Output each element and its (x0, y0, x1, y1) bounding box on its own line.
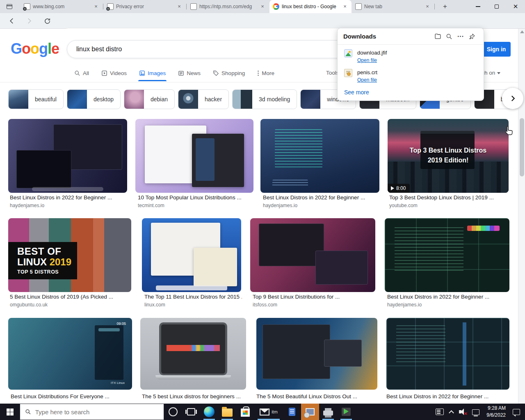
result-title[interactable]: Best Linux Distros in 2022 for Beginner … (386, 393, 509, 399)
tab-actions-menu-icon[interactable] (4, 2, 15, 11)
restore-button[interactable] (487, 0, 506, 13)
refresh-button[interactable] (41, 15, 53, 27)
result-title[interactable]: Best Linux Distributions For Everyone ..… (11, 393, 132, 399)
result-domain[interactable]: linux.com (144, 302, 165, 308)
show-hidden-icons-button[interactable] (447, 404, 456, 420)
result-title[interactable]: Top 9 Best Linux Distributions for ... (253, 294, 376, 300)
taskbar-search-box[interactable] (20, 404, 164, 420)
result-title[interactable]: The 5 Most Beautiful Linux Distros Out .… (256, 393, 376, 399)
chips-scroll-right-button[interactable] (502, 88, 523, 109)
pin-downloads-icon[interactable] (466, 31, 478, 42)
result-domain[interactable]: itsfoss.com (253, 302, 277, 308)
forward-button[interactable] (23, 15, 35, 27)
taskbar-search-input[interactable] (35, 409, 159, 415)
news-feed-button[interactable] (433, 404, 447, 420)
tab-close-icon[interactable]: × (93, 3, 99, 10)
minimize-button[interactable] (468, 0, 487, 13)
result-image[interactable] (142, 218, 241, 292)
edge-taskbar-button[interactable] (200, 404, 218, 420)
tab-msn[interactable]: https://ntp.msn.com/edg × (187, 0, 269, 13)
tab-images[interactable]: Images (139, 70, 166, 77)
certificate-file-icon (344, 69, 352, 77)
result-domain[interactable]: youtube.com (389, 203, 418, 208)
download-filename: download.jfif (357, 50, 387, 56)
chip-hacker[interactable]: hacker (178, 89, 229, 109)
tab-videos[interactable]: Videos (101, 70, 127, 77)
cortana-button[interactable] (164, 404, 182, 420)
taskbar-clock[interactable]: 9:28 AM 9/6/2022 (482, 405, 510, 419)
result-image[interactable]: 09:05 ITX Linux (8, 318, 132, 390)
file-explorer-button[interactable] (218, 404, 236, 420)
result-image[interactable] (260, 119, 379, 193)
download-item[interactable]: penis.crt Open file (338, 64, 484, 84)
tab-privacy-error[interactable]: Privacy error × (104, 0, 186, 13)
result-title[interactable]: Top 3 Best Desktop Linux Distros | 2019 … (389, 194, 508, 201)
scrollbar-thumb[interactable] (520, 118, 524, 176)
store-button[interactable] (236, 404, 254, 420)
result-title[interactable]: 5 Best Linux Distros of 2019 (As Picked … (10, 294, 131, 300)
result-image[interactable] (250, 218, 375, 292)
result-image[interactable] (135, 119, 253, 193)
result-domain[interactable]: omgubuntu.co.uk (10, 302, 48, 308)
green-app-button[interactable] (337, 404, 355, 420)
task-view-button[interactable] (182, 404, 200, 420)
tab-new-tab[interactable]: New tab × (352, 0, 434, 13)
result-image[interactable] (140, 318, 246, 390)
result-image[interactable] (8, 119, 127, 193)
printer-app-button[interactable] (319, 404, 337, 420)
search-downloads-icon[interactable] (443, 31, 455, 42)
installer-app-button-attention[interactable] (301, 404, 319, 420)
result-title[interactable]: 10 Top Most Popular Linux Distributions … (138, 194, 253, 201)
result-image[interactable] (386, 318, 509, 390)
tab-google-active[interactable]: linux best distro - Google × (269, 0, 352, 13)
result-title[interactable]: Best Linux Distros in 2022 for Beginner … (387, 294, 509, 300)
sign-in-button[interactable]: Sign in (482, 42, 511, 57)
tab-more[interactable]: More (257, 70, 274, 77)
document-app-button[interactable] (283, 404, 301, 420)
result-domain[interactable]: haydenjames.io (387, 302, 422, 308)
result-domain[interactable]: haydenjames.io (10, 203, 44, 208)
result-domain[interactable]: tecmint.com (138, 203, 164, 208)
result-title[interactable]: The 5 best Linux distros for beginners .… (142, 393, 246, 399)
result-image[interactable] (256, 318, 377, 390)
see-more-link[interactable]: See more (344, 89, 369, 96)
document-icon (289, 408, 295, 416)
page-favicon-icon (355, 3, 362, 10)
tab-close-icon[interactable]: × (424, 3, 431, 10)
action-center-button[interactable] (510, 404, 525, 420)
back-button[interactable] (6, 15, 18, 27)
result-title[interactable]: Best Linux Distros in 2022 for Beginner … (10, 194, 127, 201)
result-image[interactable]: BEST OF LINUX 2019 TOP 5 DISTROS (8, 218, 131, 292)
downloads-more-options-icon[interactable]: ··· (455, 31, 466, 42)
chip-3d-modeling[interactable]: 3d modeling (232, 89, 297, 109)
network-button[interactable] (469, 404, 482, 420)
chip-desktop[interactable]: desktop (67, 89, 121, 109)
new-tab-button[interactable]: + (440, 2, 450, 11)
open-file-link[interactable]: Open file (357, 57, 377, 63)
chip-beautiful[interactable]: beautiful (8, 89, 64, 109)
chip-debian[interactable]: debian (124, 89, 175, 109)
tab-news[interactable]: News (178, 70, 201, 77)
result-title[interactable]: The Top 11 Best Linux Distros for 2015 .… (144, 294, 242, 300)
page-scrollbar[interactable] (518, 29, 525, 404)
tab-shopping[interactable]: Shopping (213, 70, 245, 77)
mail-window-button[interactable]: itm (254, 404, 283, 420)
result-domain[interactable]: haydenjames.io (263, 203, 297, 208)
download-item[interactable]: download.jfif Open file (338, 45, 484, 64)
tab-all[interactable]: All (74, 70, 89, 77)
result-video[interactable]: Top 3 Best Linux Distros2019 Edition! 8:… (388, 119, 509, 193)
tab-close-icon[interactable]: × (342, 3, 348, 10)
close-button[interactable]: ✕ (506, 0, 525, 13)
open-downloads-folder-icon[interactable] (432, 31, 443, 42)
scrollbar-up-arrow[interactable] (520, 30, 524, 33)
result-image[interactable] (385, 218, 509, 292)
result-title[interactable]: Best Linux Distros in 2022 for Beginner … (263, 194, 379, 201)
open-file-link[interactable]: Open file (357, 77, 377, 83)
start-button[interactable] (0, 404, 20, 420)
volume-button[interactable]: ✕ (456, 404, 469, 420)
tab-bing[interactable]: www.bing.com × (21, 0, 103, 13)
tab-strip: www.bing.com × Privacy error × https://n… (0, 0, 525, 13)
google-logo[interactable]: Google (11, 40, 59, 57)
tab-close-icon[interactable]: × (259, 3, 266, 10)
tab-close-icon[interactable]: × (176, 3, 183, 10)
